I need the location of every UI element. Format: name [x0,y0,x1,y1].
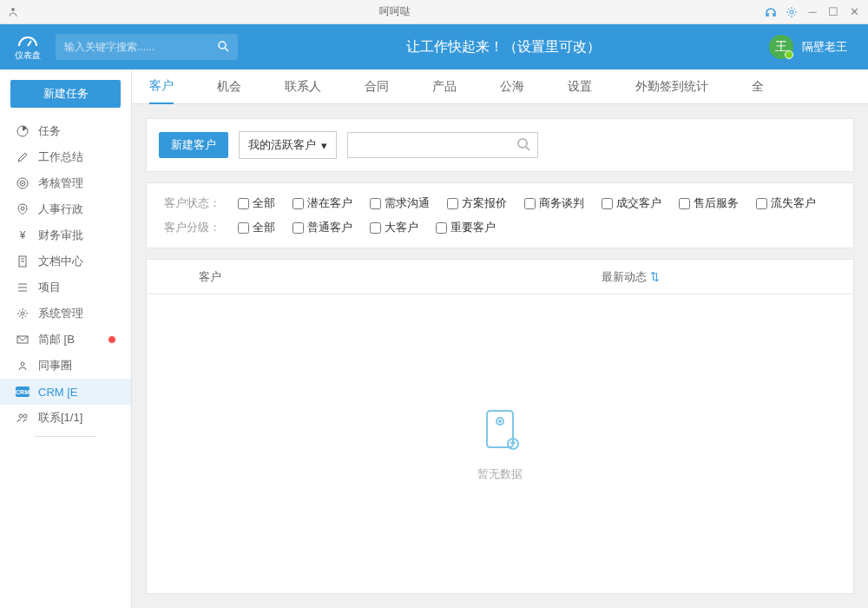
status-option-3[interactable]: 方案报价 [447,195,507,211]
checkbox[interactable] [436,222,447,234]
svg-line-4 [225,48,228,51]
svg-point-3 [219,42,226,49]
tab-7[interactable]: 外勤签到统计 [635,69,708,104]
sidebar-item-1[interactable]: 工作总结 [0,144,131,170]
status-option-6[interactable]: 售后服务 [679,195,739,211]
mail-icon [16,333,30,347]
sort-icon[interactable]: ⇅ [650,270,660,283]
search-icon[interactable] [516,137,530,154]
status-option-7[interactable]: 流失客户 [756,195,816,211]
checkbox[interactable] [679,198,690,209]
minimize-button[interactable]: ─ [806,5,819,19]
yen-icon: ¥ [16,228,30,242]
pie-icon [16,124,30,138]
tab-5[interactable]: 公海 [500,69,524,104]
status-label: 客户状态： [164,195,220,211]
sidebar-item-11[interactable]: 联系[1/1] [0,405,131,431]
username: 隔壁老王 [802,39,847,55]
level-option-0[interactable]: 全部 [238,220,275,235]
sidebar-item-label: 考核管理 [38,175,83,191]
list-icon [16,281,30,294]
checkbox[interactable] [238,222,249,234]
user-area[interactable]: 王 隔壁老王 [769,35,847,59]
level-option-1[interactable]: 普通客户 [293,220,352,235]
svg-point-0 [11,8,15,11]
sidebar-item-3[interactable]: 人事行政 [0,196,131,222]
sidebar-item-4[interactable]: ¥财务审批 [0,222,131,248]
customer-search[interactable] [347,132,538,158]
level-option-2[interactable]: 大客户 [370,220,418,235]
status-option-4[interactable]: 商务谈判 [524,195,584,211]
sidebar-item-label: CRM [E [38,386,78,399]
status-option-1[interactable]: 潜在客户 [293,195,352,211]
sidebar-item-7[interactable]: 系统管理 [0,301,131,327]
filter-dropdown[interactable]: 我的活跃客户 ▾ [239,131,337,159]
crm-icon: CRM [16,385,30,399]
level-label: 客户分级： [164,220,220,235]
sidebar-item-0[interactable]: 任务 [0,118,131,144]
sidebar-item-label: 工作总结 [38,149,83,165]
svg-point-17 [21,312,24,315]
tab-6[interactable]: 设置 [568,69,592,104]
new-task-button[interactable]: 新建任务 [10,80,121,108]
level-option-3[interactable]: 重要客户 [436,220,496,235]
sidebar-item-label: 任务 [38,123,61,139]
svg-point-8 [22,182,23,184]
main-content: 客户机会联系人合同产品公海设置外勤签到统计全 新建客户 我的活跃客户 ▾ 客户状… [132,69,868,608]
pin-icon [16,202,30,216]
avatar[interactable]: 王 [769,35,793,59]
maximize-button[interactable]: ☐ [826,5,840,19]
sidebar-item-6[interactable]: 项目 [0,274,131,301]
checkbox[interactable] [756,198,767,209]
sidebar-item-label: 财务审批 [38,228,83,243]
sidebar-item-5[interactable]: 文档中心 [0,248,131,274]
sidebar-item-label: 项目 [38,280,61,295]
settings-icon[interactable] [785,5,799,19]
dashboard-icon[interactable]: 仪表盘 [12,32,43,62]
customer-search-input[interactable] [355,139,516,152]
svg-point-9 [21,207,24,210]
tab-1[interactable]: 机会 [217,69,241,104]
checkbox[interactable] [524,198,536,209]
tab-3[interactable]: 合同 [365,69,389,104]
chevron-down-icon: ▾ [321,139,327,152]
sidebar-item-8[interactable]: 简邮 [B [0,327,131,353]
header-title: 让工作快起来！（设置里可改） [250,38,757,56]
status-option-0[interactable]: 全部 [238,195,275,211]
checkbox[interactable] [602,198,613,209]
checkbox[interactable] [370,198,381,209]
svg-point-1 [790,10,793,14]
checkbox[interactable] [370,222,381,234]
sidebar-item-2[interactable]: 考核管理 [0,170,131,196]
checkbox[interactable] [238,198,249,209]
col-activity[interactable]: 最新动态 ⇅ [407,269,853,285]
window-title: 呵呵哒 [26,4,764,19]
target-icon [16,176,30,190]
global-search[interactable] [56,34,238,60]
status-option-5[interactable]: 成交客户 [602,195,661,211]
sidebar-item-10[interactable]: CRMCRM [E [0,379,131,405]
sidebar-divider [35,436,96,437]
status-option-2[interactable]: 需求沟通 [370,195,430,211]
svg-text:¥: ¥ [19,229,26,241]
new-customer-button[interactable]: 新建客户 [159,132,228,158]
tab-4[interactable]: 产品 [432,69,457,104]
table-header: 客户 最新动态 ⇅ [147,260,853,294]
sidebar-item-label: 联系[1/1] [38,410,82,426]
global-search-input[interactable] [64,41,217,53]
checkbox[interactable] [293,198,304,209]
search-icon[interactable] [217,40,229,55]
tab-0[interactable]: 客户 [149,69,174,104]
group-icon [16,359,30,373]
sidebar-item-9[interactable]: 同事圈 [0,353,131,379]
checkbox[interactable] [447,198,458,209]
sidebar-item-label: 简邮 [B [38,332,75,347]
tab-2[interactable]: 联系人 [285,69,321,104]
svg-text:CRM: CRM [16,389,30,395]
svg-point-24 [518,139,527,148]
checkbox[interactable] [293,222,304,234]
tab-8[interactable]: 全 [752,69,764,104]
app-header: 仪表盘 让工作快起来！（设置里可改） 王 隔壁老王 [0,24,868,69]
close-button[interactable]: ✕ [847,5,861,19]
headset-icon[interactable] [764,5,778,19]
